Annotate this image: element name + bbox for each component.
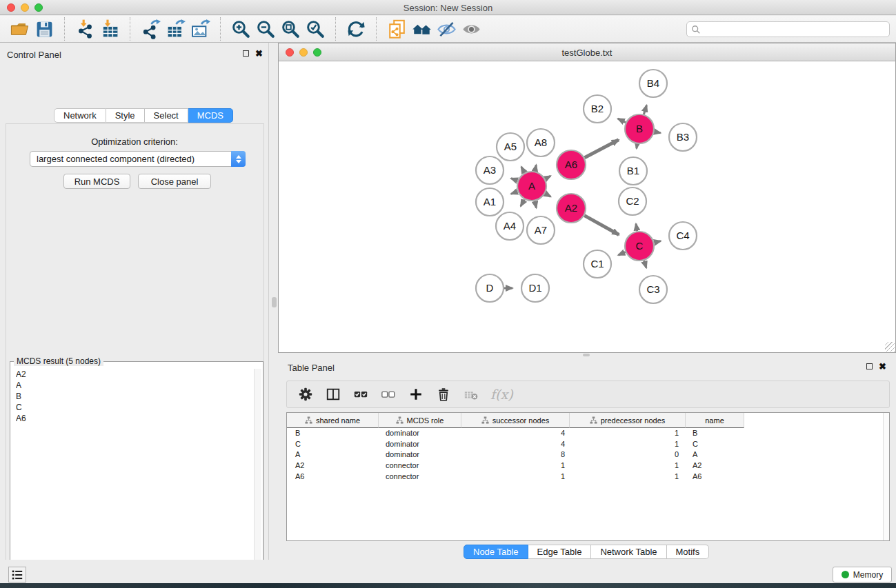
graph-edge-A-A5[interactable] [521, 167, 525, 173]
table-cell[interactable]: A2 [287, 460, 379, 472]
graph-node-A7[interactable]: A7 [527, 216, 555, 244]
table-row[interactable]: A6connector11A6 [287, 472, 889, 483]
network-canvas[interactable]: AA1A2A3A4A5A6A7A8BB1B2B3B4CC1C2C3C4DD1 [279, 61, 895, 352]
graph-node-A3[interactable]: A3 [476, 156, 504, 184]
float-panel-icon[interactable] [243, 50, 249, 57]
table-cell[interactable]: 0 [570, 449, 686, 460]
graph-edge-A-A3[interactable] [511, 179, 518, 181]
run-mcds-button[interactable]: Run MCDS [63, 174, 130, 189]
tab-motifs[interactable]: Motifs [667, 545, 710, 559]
resize-grip-icon[interactable] [885, 342, 895, 352]
graph-edge-B-B2[interactable] [618, 119, 626, 122]
import-table-button[interactable] [97, 17, 122, 41]
graph-node-B4[interactable]: B4 [639, 70, 667, 97]
home-networks-button[interactable] [409, 17, 434, 41]
graph-node-C[interactable]: C [625, 232, 654, 261]
export-network-button[interactable] [138, 17, 163, 41]
table-row[interactable]: Cdominator41C [287, 439, 889, 450]
show-column-panel-button[interactable] [325, 386, 341, 403]
table-row[interactable]: Adominator80A [287, 449, 889, 460]
table-cell[interactable]: dominator [379, 439, 461, 450]
graph-node-B2[interactable]: B2 [584, 95, 611, 123]
table-cell[interactable]: connector [379, 460, 461, 472]
graph-node-C4[interactable]: C4 [669, 222, 697, 250]
graph-edge-B-B4[interactable] [644, 105, 646, 114]
function-builder-button[interactable]: f(x) [490, 387, 513, 402]
table-cell[interactable]: 1 [461, 460, 570, 472]
table-cell[interactable]: A6 [686, 472, 744, 483]
export-image-button[interactable] [188, 17, 212, 41]
graph-edge-A-A1[interactable] [511, 192, 518, 194]
table-cell[interactable]: dominator [379, 449, 461, 460]
tab-style[interactable]: Style [106, 108, 145, 123]
table-cell[interactable]: 8 [461, 449, 570, 460]
graph-node-A5[interactable]: A5 [497, 133, 524, 161]
graph-edge-A2-C[interactable] [584, 216, 619, 235]
graph-node-A8[interactable]: A8 [527, 129, 555, 156]
delete-column-button[interactable] [435, 386, 452, 403]
mcds-result-item[interactable]: B [16, 391, 252, 402]
graph-node-B1[interactable]: B1 [619, 157, 647, 185]
graph-node-A2[interactable]: A2 [557, 194, 586, 223]
tab-edge-table[interactable]: Edge Table [528, 545, 592, 559]
search-field[interactable] [686, 21, 890, 37]
float-panel-icon[interactable] [866, 363, 873, 369]
tab-mcds[interactable]: MCDS [188, 108, 233, 123]
graph-node-A1[interactable]: A1 [476, 188, 504, 216]
save-session-button[interactable] [32, 17, 57, 41]
zoom-selected-button[interactable] [303, 17, 328, 41]
open-session-button[interactable] [7, 17, 32, 41]
table-cell[interactable]: C [686, 439, 744, 450]
graph-node-A4[interactable]: A4 [496, 212, 524, 240]
deselect-all-button[interactable] [380, 386, 397, 403]
graph-edge-C-C1[interactable] [618, 252, 625, 255]
table-cell[interactable]: 1 [570, 439, 686, 450]
table-cell[interactable]: A [686, 449, 744, 460]
delete-table-button[interactable] [463, 386, 479, 403]
import-network-button[interactable] [72, 17, 97, 41]
mcds-result-item[interactable]: A2 [16, 369, 252, 380]
column-header-successor-nodes[interactable]: successor nodes [461, 413, 570, 428]
graph-edge-A-A6[interactable] [545, 176, 550, 179]
table-cell[interactable]: 1 [570, 428, 686, 439]
graph-edge-A-A2[interactable] [545, 194, 550, 197]
network-file-button[interactable] [384, 17, 409, 41]
graph-edge-C-C2[interactable] [636, 224, 637, 232]
table-cell[interactable]: dominator [379, 428, 461, 439]
graph-node-C1[interactable]: C1 [584, 250, 611, 278]
memory-button[interactable]: Memory [833, 567, 892, 582]
create-column-button[interactable] [408, 386, 424, 403]
tab-network-table[interactable]: Network Table [591, 545, 666, 559]
column-header-predecessor-nodes[interactable]: predecessor nodes [570, 413, 686, 428]
table-cell[interactable]: C [287, 439, 379, 450]
graph-node-C3[interactable]: C3 [639, 276, 667, 303]
graph-node-A6[interactable]: A6 [557, 150, 586, 179]
result-scrollbar-track[interactable] [254, 369, 261, 588]
graph-edge-C-C3[interactable] [644, 261, 646, 268]
criterion-dropdown[interactable]: largest connected component (directed) [30, 151, 246, 167]
table-cell[interactable]: 1 [570, 472, 686, 483]
graph-node-B[interactable]: B [625, 114, 654, 143]
hide-eye-button[interactable] [434, 17, 459, 41]
table-cell[interactable]: B [686, 428, 744, 439]
graph-node-D1[interactable]: D1 [521, 274, 549, 302]
table-cell[interactable]: connector [379, 472, 461, 483]
network-vertical-scrollbar-thumb[interactable] [272, 297, 277, 307]
graph-edge-A-A7[interactable] [535, 201, 536, 208]
mcds-result-item[interactable]: A6 [16, 413, 252, 424]
refresh-view-button[interactable] [344, 17, 368, 41]
graph-node-C2[interactable]: C2 [619, 187, 646, 215]
network-horizontal-scrollbar-thumb[interactable] [583, 354, 590, 356]
graph-edge-A6-B[interactable] [584, 140, 618, 158]
tab-select[interactable]: Select [145, 108, 188, 123]
export-table-button[interactable] [163, 17, 188, 41]
zoom-out-button[interactable] [253, 17, 278, 41]
close-panel-button[interactable]: Close panel [138, 174, 211, 189]
table-cell[interactable]: A2 [686, 460, 744, 472]
table-cell[interactable]: 4 [461, 439, 570, 450]
column-header-name[interactable]: name [686, 413, 744, 428]
column-header-mcds-role[interactable]: MCDS role [379, 413, 461, 428]
graph-node-D[interactable]: D [476, 274, 504, 302]
table-cell[interactable]: 1 [461, 472, 570, 483]
table-cell[interactable]: A [287, 449, 379, 460]
